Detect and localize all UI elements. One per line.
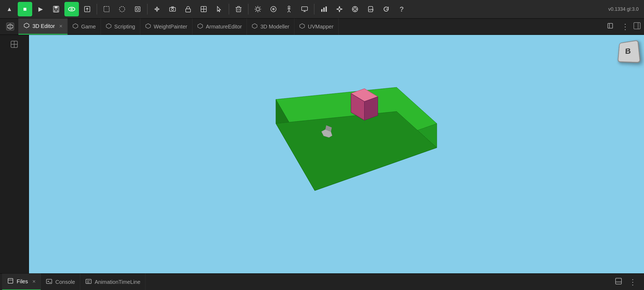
person-button[interactable] xyxy=(282,2,296,16)
tab-right-panel-icon[interactable] xyxy=(633,22,641,31)
svg-rect-50 xyxy=(323,8,325,12)
tab-more-icon[interactable]: ⋮ xyxy=(619,22,632,31)
tab-3d-editor-close[interactable]: ✕ xyxy=(59,24,63,29)
lock-button[interactable] xyxy=(181,2,195,16)
toolbar-sep-5 xyxy=(314,4,314,15)
light-button[interactable] xyxy=(251,2,265,16)
svg-rect-1 xyxy=(54,6,58,9)
svg-line-45 xyxy=(289,10,290,12)
help-button[interactable]: ? xyxy=(394,2,409,16)
tab-armature-editor[interactable]: ArmatureEditor xyxy=(192,19,247,35)
tab-uv-mapper-label: UVMapper xyxy=(308,24,334,30)
app-logo[interactable] xyxy=(2,19,19,35)
bottom-animation-icon xyxy=(85,278,92,286)
svg-marker-67 xyxy=(73,24,78,28)
svg-line-36 xyxy=(259,7,260,8)
svg-point-40 xyxy=(273,9,274,10)
tab-expand-right-icon[interactable] xyxy=(604,23,616,31)
bottom-right-controls: ⋮ xyxy=(613,277,642,288)
tab-game-icon xyxy=(72,23,78,30)
refresh-button[interactable] xyxy=(379,2,393,16)
svg-point-16 xyxy=(156,8,158,10)
settings-button[interactable] xyxy=(332,2,347,16)
svg-point-18 xyxy=(171,8,174,10)
bottom-tab-console[interactable]: Console xyxy=(41,274,80,290)
svg-marker-70 xyxy=(198,24,203,28)
tab-3d-modeller-icon xyxy=(252,23,258,30)
select-lasso-button[interactable] xyxy=(130,2,145,16)
tab-uv-mapper[interactable]: UVMapper xyxy=(294,19,339,35)
play-button[interactable]: ▶ xyxy=(33,2,48,16)
apk-button[interactable]: APK xyxy=(363,2,378,16)
top-toolbar: ▲ ■ ▶ xyxy=(0,0,644,19)
svg-point-5 xyxy=(71,9,72,10)
stop-button[interactable]: ■ xyxy=(18,2,32,16)
svg-point-53 xyxy=(354,8,356,10)
transform-button[interactable] xyxy=(196,2,211,16)
svg-marker-68 xyxy=(106,24,111,28)
bottom-expand-icon[interactable] xyxy=(613,277,624,287)
tab-uv-mapper-icon xyxy=(299,23,305,30)
select-box-button[interactable] xyxy=(99,2,114,16)
svg-rect-49 xyxy=(321,9,323,12)
svg-marker-12 xyxy=(156,6,158,8)
tab-weight-painter-label: WeightPainter xyxy=(154,24,187,30)
tab-scripting-label: Scripting xyxy=(114,24,135,30)
svg-point-9 xyxy=(119,6,125,12)
svg-rect-10 xyxy=(135,7,140,12)
svg-marker-72 xyxy=(300,24,305,28)
tab-3d-modeller[interactable]: 3D Modeller xyxy=(247,19,294,35)
svg-marker-15 xyxy=(158,8,160,10)
cursor-tool-button[interactable] xyxy=(212,2,226,16)
circle-dot-button[interactable] xyxy=(266,2,281,16)
bottom-tab-animation[interactable]: AnimationTimeLine xyxy=(80,274,145,290)
svg-rect-2 xyxy=(54,10,58,12)
render-eye-button[interactable] xyxy=(64,2,79,16)
bottom-animation-label: AnimationTimeLine xyxy=(95,279,140,285)
svg-point-41 xyxy=(288,6,290,8)
svg-point-29 xyxy=(256,8,259,11)
tab-game[interactable]: Game xyxy=(68,19,101,35)
settings2-button[interactable] xyxy=(348,2,362,16)
svg-line-35 xyxy=(259,11,260,12)
screen-button[interactable] xyxy=(297,2,312,16)
tab-armature-editor-icon xyxy=(197,23,203,30)
main-area: B xyxy=(0,35,644,273)
svg-text:APK: APK xyxy=(369,8,374,11)
nav-cube[interactable]: B xyxy=(617,40,639,62)
viewport[interactable]: B xyxy=(29,35,644,273)
svg-marker-14 xyxy=(154,8,156,10)
bar-chart-button[interactable] xyxy=(317,2,331,16)
camera-button[interactable] xyxy=(165,2,180,16)
select-circle-button[interactable] xyxy=(115,2,129,16)
svg-marker-71 xyxy=(252,24,257,28)
svg-rect-8 xyxy=(104,6,109,12)
svg-rect-80 xyxy=(8,278,13,283)
delete-button[interactable] xyxy=(231,2,246,16)
bottom-files-icon xyxy=(7,277,14,286)
tab-bar: 3D Editor ✕ Game Scripting WeightPainter xyxy=(0,19,644,35)
nav-cube-face[interactable]: B xyxy=(617,40,641,63)
tab-weight-painter[interactable]: WeightPainter xyxy=(140,19,192,35)
svg-rect-75 xyxy=(634,23,640,29)
bottom-files-close[interactable]: ✕ xyxy=(32,279,36,284)
move-button[interactable] xyxy=(150,2,164,16)
svg-line-44 xyxy=(288,10,289,12)
bottom-files-label: Files xyxy=(17,278,28,285)
svg-marker-69 xyxy=(146,24,151,28)
tab-3d-editor[interactable]: 3D Editor ✕ xyxy=(19,19,68,35)
toolbar-sep-2 xyxy=(147,4,148,15)
menu-button[interactable]: ▲ xyxy=(2,2,17,16)
bottom-more-icon[interactable]: ⋮ xyxy=(627,277,639,288)
sidebar-btn-1[interactable] xyxy=(2,37,26,52)
svg-rect-24 xyxy=(236,8,241,12)
svg-marker-83 xyxy=(48,281,49,282)
svg-marker-66 xyxy=(24,23,29,28)
svg-rect-89 xyxy=(616,278,621,284)
tab-3d-modeller-label: 3D Modeller xyxy=(260,24,289,30)
bottom-tab-files[interactable]: Files ✕ xyxy=(2,274,41,290)
bottom-console-label: Console xyxy=(55,279,75,285)
export-button[interactable] xyxy=(80,2,94,16)
tab-scripting[interactable]: Scripting xyxy=(101,19,140,35)
save-button[interactable] xyxy=(49,2,63,16)
